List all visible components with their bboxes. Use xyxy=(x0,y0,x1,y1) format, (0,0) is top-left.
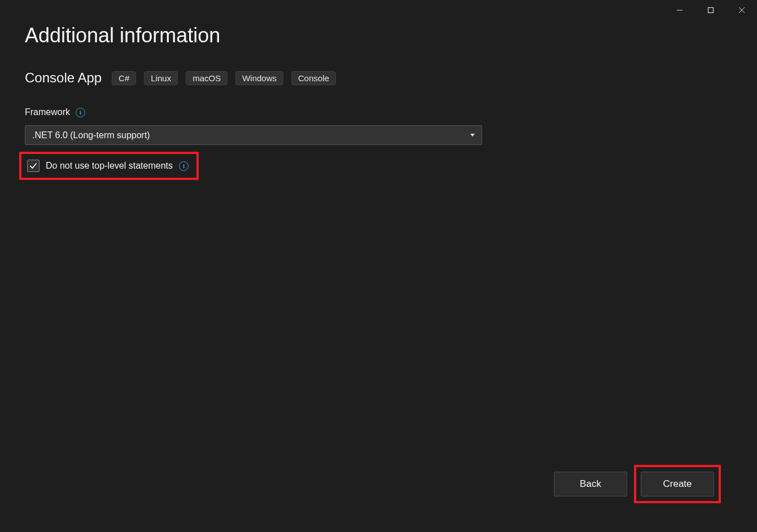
framework-label: Framework xyxy=(25,107,70,117)
close-button[interactable] xyxy=(726,0,757,20)
tag-language: C# xyxy=(112,71,136,85)
footer-nav: Back Create xyxy=(0,464,757,532)
framework-selected-value: .NET 6.0 (Long-term support) xyxy=(32,130,150,140)
highlight-annotation-checkbox: Do not use top-level statements xyxy=(19,152,199,180)
highlight-annotation-create: Create xyxy=(634,465,721,503)
tag-group: C# Linux macOS Windows Console xyxy=(112,71,336,85)
framework-info-icon[interactable] xyxy=(76,108,85,117)
template-name: Console App xyxy=(25,70,102,86)
toplevel-statements-label: Do not use top-level statements xyxy=(46,161,173,171)
page-title: Additional information xyxy=(25,24,732,47)
tag-console: Console xyxy=(291,71,336,85)
chevron-down-icon xyxy=(470,134,475,137)
tag-macos: macOS xyxy=(186,71,227,85)
minimize-button[interactable] xyxy=(664,0,695,20)
toplevel-statements-checkbox[interactable] xyxy=(27,160,40,172)
window-titlebar xyxy=(664,0,757,20)
framework-dropdown[interactable]: .NET 6.0 (Long-term support) xyxy=(25,125,482,145)
svg-rect-1 xyxy=(708,8,713,13)
tag-linux: Linux xyxy=(144,71,178,85)
toplevel-statements-info-icon[interactable] xyxy=(179,161,189,171)
back-button[interactable]: Back xyxy=(554,472,627,496)
create-button[interactable]: Create xyxy=(641,472,714,496)
tag-windows: Windows xyxy=(235,71,283,85)
template-header-row: Console App C# Linux macOS Windows Conso… xyxy=(25,70,732,86)
maximize-button[interactable] xyxy=(695,0,726,20)
